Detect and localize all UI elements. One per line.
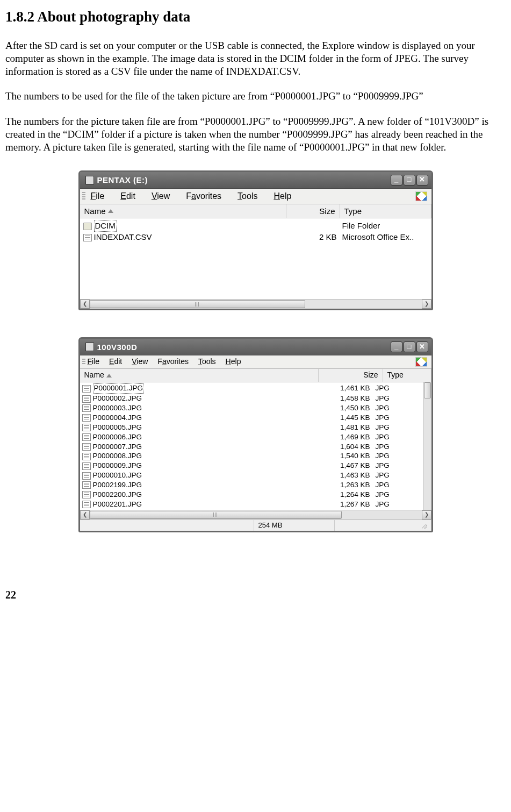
scroll-right-button[interactable]: ❯ [422, 300, 431, 309]
file-name: P0000001.JPG [93, 383, 145, 394]
col-name[interactable]: Name [80, 204, 286, 218]
menu-favorites[interactable]: Favorites [186, 191, 221, 202]
sort-asc-icon [108, 209, 113, 213]
titlebar[interactable]: 100V300D _ □ ✕ [80, 339, 431, 355]
col-type[interactable]: Type [340, 204, 431, 218]
file-row[interactable]: P0000009.JPG1,467 KBJPG [82, 461, 422, 471]
scroll-left-button[interactable]: ❮ [80, 300, 90, 309]
col-type[interactable]: Type [383, 369, 431, 382]
toolbar-grip-icon [82, 359, 85, 365]
file-name: P0000003.JPG [93, 404, 142, 413]
menubar: File Edit View Favorites Tools Help [80, 355, 431, 369]
file-name: P0002199.JPG [93, 481, 142, 490]
file-type: JPG [370, 471, 419, 480]
menu-file[interactable]: File [91, 191, 105, 202]
file-type: JPG [370, 443, 419, 452]
windows-logo-icon[interactable] [415, 357, 427, 367]
menu-tools[interactable]: Tools [198, 357, 216, 367]
file-name: P0000006.JPG [93, 433, 142, 442]
file-name: P0000009.JPG [93, 461, 142, 471]
file-row[interactable]: INDEXDAT.CSV2 KBMicrosoft Office Ex.. [83, 232, 431, 243]
scroll-right-button[interactable]: ❯ [422, 510, 431, 519]
file-type: JPG [370, 500, 419, 509]
file-type: JPG [370, 433, 419, 442]
scroll-left-button[interactable]: ❮ [80, 510, 90, 519]
menu-view[interactable]: View [152, 191, 170, 202]
horizontal-scrollbar[interactable]: ❮ ❯ [80, 510, 431, 519]
file-name: P0000007.JPG [93, 443, 142, 452]
file-type: JPG [370, 481, 419, 490]
jpg-file-icon [82, 443, 91, 451]
file-size: 1,458 KB [306, 394, 370, 403]
col-name[interactable]: Name [80, 369, 319, 382]
menu-help[interactable]: Help [274, 191, 291, 202]
file-name: P0002201.JPG [93, 500, 142, 509]
file-row[interactable]: P0000010.JPG1,463 KBJPG [82, 471, 422, 481]
jpg-file-icon [82, 462, 91, 470]
resize-grip-icon[interactable] [420, 522, 427, 529]
close-button[interactable]: ✕ [416, 175, 428, 186]
folder-icon [83, 223, 92, 230]
file-row[interactable]: DCIMFile Folder [83, 220, 431, 232]
jpg-file-icon [82, 472, 91, 480]
jpg-file-icon [82, 385, 91, 393]
col-size[interactable]: Size [286, 204, 340, 218]
file-row[interactable]: P0000008.JPG1,540 KBJPG [82, 452, 422, 461]
file-type: JPG [370, 490, 419, 500]
menu-edit[interactable]: Edit [120, 191, 135, 202]
jpg-file-icon [82, 404, 91, 412]
minimize-button[interactable]: _ [391, 175, 402, 186]
jpg-file-icon [82, 433, 91, 441]
maximize-button[interactable]: □ [404, 341, 415, 352]
file-name: P0000005.JPG [93, 423, 142, 432]
file-list: DCIMFile FolderINDEXDAT.CSV2 KBMicrosoft… [80, 218, 431, 299]
jpg-file-icon [82, 481, 91, 489]
jpg-file-icon [82, 453, 91, 460]
file-row[interactable]: P0002200.JPG1,264 KBJPG [82, 490, 422, 500]
menu-tools[interactable]: Tools [237, 191, 257, 202]
file-name: INDEXDAT.CSV [94, 232, 152, 243]
scroll-thumb[interactable] [424, 382, 431, 398]
sort-asc-icon [106, 374, 112, 377]
file-row[interactable]: P0000002.JPG1,458 KBJPG [82, 394, 422, 404]
menu-favorites[interactable]: Favorites [157, 357, 189, 367]
window-title: PENTAX (E:) [97, 175, 148, 185]
file-size: 1,264 KB [306, 490, 370, 500]
statusbar: 254 MB [80, 519, 431, 531]
file-type: JPG [370, 394, 419, 403]
menu-file[interactable]: File [88, 357, 100, 367]
horizontal-scrollbar[interactable]: ❮ ❯ [80, 299, 431, 309]
page-number: 22 [5, 588, 506, 602]
maximize-button[interactable]: □ [404, 175, 415, 186]
file-row[interactable]: P0000005.JPG1,481 KBJPG [82, 423, 422, 433]
file-row[interactable]: P0000001.JPG1,461 KBJPG [82, 383, 422, 394]
close-button[interactable]: ✕ [416, 341, 428, 352]
file-type: JPG [370, 423, 419, 432]
scroll-thumb[interactable] [90, 511, 342, 519]
file-size: 1,263 KB [306, 481, 370, 490]
menu-help[interactable]: Help [226, 357, 241, 367]
csv-file-icon [83, 234, 92, 241]
file-row[interactable]: P0000004.JPG1,445 KBJPG [82, 414, 422, 423]
column-headers: Name Size Type [80, 204, 431, 218]
menu-edit[interactable]: Edit [109, 357, 122, 367]
file-name: DCIM [94, 220, 117, 232]
scroll-track[interactable] [90, 510, 422, 519]
file-row[interactable]: P0000006.JPG1,469 KBJPG [82, 433, 422, 443]
scroll-thumb[interactable] [90, 300, 306, 308]
file-type: JPG [370, 461, 419, 471]
scroll-track[interactable] [90, 300, 422, 309]
file-row[interactable]: P0002201.JPG1,267 KBJPG [82, 500, 422, 510]
vertical-scrollbar[interactable] [423, 382, 431, 509]
col-size[interactable]: Size [319, 369, 383, 382]
file-row[interactable]: P0000003.JPG1,450 KBJPG [82, 404, 422, 414]
file-row[interactable]: P0002199.JPG1,263 KBJPG [82, 481, 422, 490]
titlebar[interactable]: PENTAX (E:) _ □ ✕ [80, 172, 431, 189]
windows-logo-icon[interactable] [415, 191, 427, 201]
menu-view[interactable]: View [132, 357, 148, 367]
file-row[interactable]: P0000007.JPG1,604 KBJPG [82, 443, 422, 452]
minimize-button[interactable]: _ [391, 341, 402, 352]
explorer-window-100v300d: 100V300D _ □ ✕ File Edit View Favorites … [78, 337, 433, 532]
file-name: P0002200.JPG [93, 490, 142, 500]
file-size: 1,463 KB [306, 471, 370, 480]
